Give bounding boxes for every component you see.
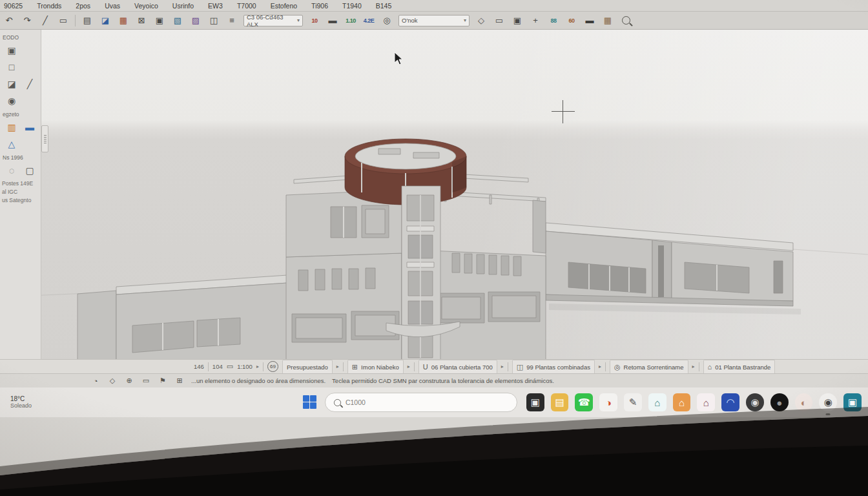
section-box-icon[interactable]: ⊠ [135, 14, 148, 27]
zoom-icon[interactable]: ⊕ [124, 376, 134, 386]
whatsapp-icon[interactable]: ☎ [575, 393, 593, 411]
gauge-tool-icon[interactable]: ▥ [5, 121, 18, 134]
menu-item[interactable]: EW3 [208, 2, 223, 10]
menu-item[interactable]: Ti906 [311, 2, 328, 10]
media-app-icon[interactable]: ▣ [843, 393, 862, 411]
separator [343, 362, 344, 371]
redo-icon[interactable]: ↷ [21, 14, 34, 27]
cad-app-icon-3[interactable]: ◐ [795, 393, 813, 411]
dimension-style-icon[interactable]: 10 [308, 14, 321, 27]
chevron-right-icon[interactable]: ▸ [599, 364, 601, 369]
menu-item[interactable]: Veyoico [134, 2, 158, 10]
mini-toolbar[interactable] [41, 125, 48, 152]
screen-icon: ◫ [517, 363, 523, 371]
home-orange-app-icon[interactable]: ⌂ [673, 393, 691, 411]
roof-badge-icon[interactable]: 60 [565, 14, 578, 27]
menu-item[interactable]: 2pos [76, 2, 90, 10]
palette-info-line: al IGC [0, 187, 41, 196]
cad-app-icon-2[interactable]: ● [770, 393, 789, 411]
snipping-tool-icon[interactable]: ✎ [624, 393, 642, 411]
menu-item[interactable]: T1940 [342, 2, 362, 10]
units-icon[interactable]: 1.10 [344, 14, 357, 27]
menu-item[interactable]: Trondds [37, 2, 61, 10]
search-command-box[interactable]: O'nok ▾ [398, 15, 470, 26]
view-tab-plantas-combinadas[interactable]: ◫ 99 Plantas combinadas [512, 360, 595, 373]
menu-item[interactable]: Estofeno [271, 2, 297, 10]
chevron-right-icon[interactable]: ▸ [501, 364, 504, 369]
building-3d-model[interactable] [0, 30, 868, 359]
pencil-tool-icon[interactable]: ╱ [23, 78, 36, 90]
toolbar-separator [75, 15, 76, 26]
menu-item[interactable]: Uvas [105, 2, 120, 10]
view-tab-retoma[interactable]: ◎ Retoma Sorrentiname [610, 360, 688, 373]
camera-icon[interactable]: ▣ [511, 14, 524, 27]
cad-app-icon-1[interactable]: ◉ [746, 393, 764, 411]
chat-bubble-icon[interactable]: ◔ [90, 376, 101, 386]
list-icon[interactable]: ≡ [225, 14, 238, 27]
menu-item[interactable]: 90625 [4, 2, 23, 10]
view-tab-imon-niabeko[interactable]: ⊞ Imon Niabeko [347, 360, 404, 373]
box-tool-icon[interactable]: □ [5, 61, 18, 74]
weather-temperature: 18°C [10, 395, 32, 402]
draw-line-icon[interactable]: ╱ [39, 14, 52, 27]
binoculars-icon[interactable]: ◎ [380, 14, 393, 27]
eraser-tool-icon[interactable]: ◪ [5, 78, 18, 90]
photos-app-icon[interactable]: ▣ [526, 393, 544, 411]
view-number-b: 104 [212, 363, 223, 370]
people-icon[interactable]: ▧ [171, 14, 184, 27]
start-button[interactable] [303, 395, 317, 409]
frame-icon[interactable]: ▭ [493, 14, 506, 27]
compass-tool-icon[interactable]: ◉ [5, 94, 18, 107]
menu-item[interactable]: B145 [376, 2, 392, 10]
menu-item[interactable]: T7000 [237, 2, 256, 10]
clock-badge[interactable]: 69 [267, 361, 278, 372]
drawing-canvas[interactable] [0, 30, 868, 359]
rect-tool-icon[interactable]: ▢ [23, 164, 36, 177]
view-tab-planta-baja[interactable]: ⌂ 01 Planta Bastrande [703, 360, 776, 373]
zoom-window-icon[interactable]: ⊞ [174, 376, 185, 386]
magnifier-icon[interactable] [619, 14, 632, 27]
levels-badge-icon[interactable]: 88 [547, 14, 560, 27]
frame-icon[interactable]: ▭ [141, 376, 151, 386]
ruler-tool-icon[interactable]: ▬ [23, 121, 36, 134]
materials-icon[interactable]: ▦ [117, 14, 130, 27]
view-tab-planta-cubierta[interactable]: U 06 Planta cubierta 700 [418, 360, 497, 373]
layers-icon[interactable]: ▨ [189, 14, 202, 27]
triangle-tool-icon[interactable]: △ [5, 138, 18, 150]
active-app-icon[interactable]: ◉ [819, 393, 837, 411]
menu-item[interactable]: Usrinfo [172, 2, 194, 10]
type-selector-dropdown[interactable]: C3 06-Cd463 ALX ▾ [243, 15, 303, 26]
browser-icon[interactable]: ◑ [599, 393, 617, 411]
flag-icon[interactable]: ⚑ [158, 376, 168, 386]
align-icon[interactable]: + [529, 14, 542, 27]
monitor-icon[interactable]: ▬ [583, 14, 596, 27]
new-window-icon[interactable]: ▭ [57, 14, 70, 27]
home-maroon-app-icon[interactable]: ⌂ [697, 393, 715, 411]
chevron-right-icon[interactable]: ▸ [256, 364, 259, 369]
view-tab-presupuestado[interactable]: Presupuestado [282, 360, 333, 373]
pan-hand-icon[interactable]: ◇ [107, 376, 118, 386]
scale-value[interactable]: 1:100 [237, 363, 253, 370]
window-tool-icon[interactable]: ▣ [5, 44, 18, 57]
wall-type-icon[interactable]: ▬ [326, 14, 339, 27]
pan-icon[interactable]: ◇ [475, 14, 488, 27]
panel-icon[interactable]: ◫ [207, 14, 220, 27]
blue-swoosh-app-icon[interactable]: ◠ [721, 393, 739, 411]
lasso-tool-icon[interactable]: ◌ [5, 164, 18, 177]
chevron-right-icon[interactable]: ▸ [336, 364, 339, 369]
render-icon[interactable]: ◪ [99, 14, 112, 27]
weather-widget[interactable]: 18°C Soleado [10, 395, 32, 409]
grid-values-icon[interactable]: 4.2E [362, 14, 375, 27]
schedule-icon[interactable]: ▤ [81, 14, 94, 27]
dropdown-arrow-icon: ▾ [297, 17, 300, 23]
home-teal-app-icon[interactable]: ⌂ [648, 393, 666, 411]
undo-icon[interactable]: ↶ [3, 14, 16, 27]
crop-region-icon[interactable]: ▣ [153, 14, 166, 27]
grid-panel-icon[interactable]: ▦ [601, 14, 614, 27]
file-explorer-icon[interactable]: ▤ [551, 393, 569, 411]
chevron-right-icon[interactable]: ▸ [692, 364, 695, 369]
taskbar-search[interactable]: C1000 [325, 393, 517, 412]
grid-icon: ⊞ [352, 363, 358, 371]
chevron-right-icon[interactable]: ▸ [408, 364, 410, 369]
sheet-icon[interactable]: ▭ [227, 362, 233, 371]
